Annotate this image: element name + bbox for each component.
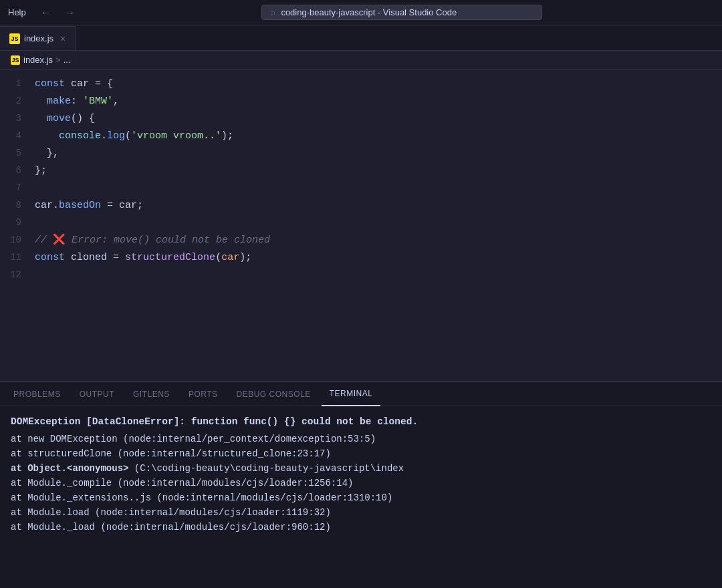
breadcrumb-file: index.js — [23, 55, 53, 65]
stack-line-3: at Object.<anonymous> (C:\coding-beauty\… — [11, 461, 711, 476]
search-bar[interactable]: ⌕ coding-beauty-javascript - Visual Stud… — [90, 5, 714, 20]
code-line-7: 7 — [0, 179, 722, 196]
title-bar: Help ← → ⌕ coding-beauty-javascript - Vi… — [0, 0, 722, 25]
code-line-12: 12 — [0, 266, 722, 283]
breadcrumb-js-icon: JS — [11, 55, 20, 65]
search-text: coding-beauty-javascript - Visual Studio… — [281, 7, 457, 17]
line-content-2: make: 'BMW', — [35, 93, 119, 110]
code-line-8: 8 car.basedOn = car; — [0, 196, 722, 214]
line-content-4: console.log('vroom vroom..'); — [35, 128, 233, 145]
line-num-6: 6 — [0, 162, 35, 179]
help-menu[interactable]: Help — [8, 7, 26, 17]
search-box[interactable]: ⌕ coding-beauty-javascript - Visual Stud… — [261, 5, 542, 20]
line-num-7: 7 — [0, 179, 35, 196]
tab-label: index.js — [24, 33, 53, 43]
stack-line-4: at Module._compile (node:internal/module… — [11, 476, 711, 490]
line-content-11: const cloned = structuredClone(car); — [35, 249, 251, 267]
line-num-4: 4 — [0, 127, 35, 144]
tab-ports[interactable]: PORTS — [180, 382, 226, 406]
code-line-10: 10 // ❌ Error: move() could not be clone… — [0, 231, 722, 249]
breadcrumb-location: ... — [64, 55, 71, 65]
code-area[interactable]: 1 const car = { 2 make: 'BMW', 3 move() … — [0, 69, 722, 381]
search-icon: ⌕ — [270, 7, 275, 17]
stack-line-3-text: (C:\coding-beauty\coding-beauty-javascri… — [134, 463, 404, 474]
line-num-10: 10 — [0, 231, 35, 249]
line-content-5: }, — [35, 145, 59, 162]
code-line-2: 2 make: 'BMW', — [0, 92, 722, 110]
line-content-8: car.basedOn = car; — [35, 197, 143, 214]
panel-tabs: PROBLEMS OUTPUT GITLENS PORTS DEBUG CONS… — [0, 382, 722, 406]
stack-line-2: at structuredClone (node:internal/struct… — [11, 446, 711, 461]
line-num-9: 9 — [0, 214, 35, 231]
breadcrumb: JS index.js > ... — [0, 51, 722, 69]
code-line-1: 1 const car = { — [0, 75, 722, 92]
stack-line-5: at Module._extensions..js (node:internal… — [11, 490, 711, 505]
tabs-bar: JS index.js × — [0, 25, 722, 51]
terminal-stack: at new DOMException (node:internal/per_c… — [11, 432, 711, 535]
stack-line-6: at Module.load (node:internal/modules/cj… — [11, 505, 711, 520]
code-editor[interactable]: 1 const car = { 2 make: 'BMW', 3 move() … — [0, 69, 722, 381]
line-content-1: const car = { — [35, 76, 113, 93]
line-content-3: move() { — [35, 110, 95, 128]
stack-line-3-bold: at Object.<anonymous> — [11, 463, 128, 474]
code-line-4: 4 console.log('vroom vroom..'); — [0, 127, 722, 144]
code-line-9: 9 — [0, 214, 722, 231]
nav-buttons: ← → — [37, 5, 80, 20]
tab-output[interactable]: OUTPUT — [72, 382, 122, 406]
stack-line-7: at Module._load (node:internal/modules/c… — [11, 520, 711, 535]
close-tab-button[interactable]: × — [60, 33, 66, 44]
line-num-8: 8 — [0, 196, 35, 214]
line-num-1: 1 — [0, 75, 35, 92]
line-num-12: 12 — [0, 266, 35, 283]
line-content-10: // ❌ Error: move() could not be cloned — [35, 232, 270, 249]
tab-problems[interactable]: PROBLEMS — [5, 382, 69, 406]
tab-debug-console[interactable]: DEBUG CONSOLE — [229, 382, 319, 406]
code-line-6: 6 }; — [0, 162, 722, 179]
terminal-error-main: DOMException [DataCloneError]: function … — [11, 414, 711, 429]
line-content-6: }; — [35, 162, 47, 180]
tab-index-js[interactable]: JS index.js × — [0, 26, 76, 50]
code-line-11: 11 const cloned = structuredClone(car); — [0, 249, 722, 266]
forward-button[interactable]: → — [61, 5, 80, 20]
line-num-3: 3 — [0, 110, 35, 127]
line-num-11: 11 — [0, 249, 35, 266]
line-num-5: 5 — [0, 144, 35, 162]
breadcrumb-separator: > — [55, 55, 61, 65]
js-icon: JS — [9, 33, 20, 44]
bottom-panel: PROBLEMS OUTPUT GITLENS PORTS DEBUG CONS… — [0, 381, 722, 588]
line-num-2: 2 — [0, 92, 35, 110]
code-line-5: 5 }, — [0, 144, 722, 162]
tab-gitlens[interactable]: GITLENS — [125, 382, 178, 406]
tab-terminal[interactable]: TERMINAL — [322, 382, 381, 406]
terminal-content: DOMException [DataCloneError]: function … — [0, 406, 722, 543]
code-line-3: 3 move() { — [0, 110, 722, 127]
back-button[interactable]: ← — [37, 5, 55, 20]
stack-line-1: at new DOMException (node:internal/per_c… — [11, 432, 711, 446]
